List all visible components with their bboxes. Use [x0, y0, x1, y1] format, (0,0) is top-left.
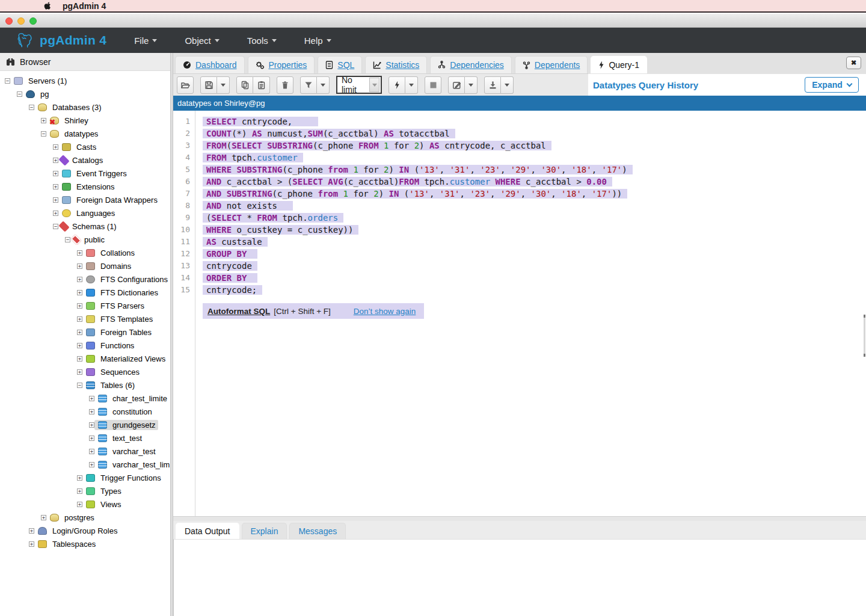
expand-icon[interactable]: +	[77, 330, 82, 335]
tree-item-tablespaces[interactable]: +Tablespaces	[0, 537, 170, 550]
expand-icon[interactable]: +	[77, 316, 82, 322]
tree-item-sequences[interactable]: +Sequences	[0, 365, 170, 378]
expand-icon[interactable]: +	[77, 250, 82, 256]
apple-icon[interactable]	[43, 1, 52, 10]
tree-item-databases[interactable]: −Databases (3)	[0, 100, 170, 114]
edit-menu-button[interactable]	[465, 76, 478, 94]
tree-item-datatypes[interactable]: −datatypes	[0, 127, 170, 140]
collapse-icon[interactable]: −	[77, 383, 82, 388]
dont-show-again-link[interactable]: Don’t show again	[354, 307, 416, 316]
collapse-icon[interactable]: −	[17, 91, 22, 97]
tree-item-domains[interactable]: +Domains	[0, 259, 170, 273]
expand-icon[interactable]: +	[53, 158, 58, 163]
expand-icon[interactable]: +	[77, 277, 82, 282]
tab-sql[interactable]: SQL	[318, 56, 362, 73]
menu-object[interactable]: Object	[185, 35, 219, 46]
collapse-icon[interactable]: −	[65, 237, 70, 242]
expand-icon[interactable]: +	[77, 303, 82, 309]
collapse-icon[interactable]: −	[29, 105, 34, 110]
tree-item-tables[interactable]: −Tables (6)	[0, 378, 170, 392]
code-line-11[interactable]: AS custsale	[206, 236, 860, 248]
expand-icon[interactable]: +	[89, 409, 94, 414]
tab-dependencies[interactable]: Dependencies	[430, 56, 512, 73]
collapse-icon[interactable]: −	[41, 131, 46, 137]
expand-icon[interactable]: +	[53, 211, 58, 216]
tree-item-views[interactable]: +Views	[0, 497, 170, 511]
tree-item-login-group-roles[interactable]: +Login/Group Roles	[0, 524, 170, 537]
filter-button[interactable]	[300, 76, 317, 94]
menubar-app-name[interactable]: pgAdmin 4	[63, 1, 106, 11]
sql-code-area[interactable]: SELECT cntrycode, COUNT(*) AS numcust,SU…	[206, 116, 860, 296]
results-splitter[interactable]	[173, 516, 866, 521]
tree-item-types[interactable]: +Types	[0, 484, 170, 497]
tree-item-catalogs[interactable]: +Catalogs	[0, 153, 170, 167]
tree-item-varchar_test_lim[interactable]: +varchar_test_lim	[0, 458, 170, 471]
code-line-1[interactable]: SELECT cntrycode,	[206, 116, 860, 128]
tree-item-schemas[interactable]: −Schemas (1)	[0, 220, 170, 233]
tree-item-text_test[interactable]: +text_test	[0, 431, 170, 445]
tab-dependents[interactable]: Dependents	[515, 56, 588, 73]
code-line-6[interactable]: AND c_acctbal > (SELECT AVG(c_acctbal)FR…	[206, 176, 860, 188]
code-line-14[interactable]: ORDER BY	[206, 272, 860, 284]
tab-query-1[interactable]: Query-1	[591, 56, 647, 73]
code-line-10[interactable]: WHERE o_custkey = c_custkey))	[206, 224, 860, 236]
expand-icon[interactable]: +	[77, 343, 82, 348]
tree-item-foreign-tables[interactable]: +Foreign Tables	[0, 325, 170, 339]
tree-item-public[interactable]: −public	[0, 233, 170, 246]
expand-icon[interactable]: +	[89, 462, 94, 467]
tree-item-fts-templates[interactable]: +FTS Templates	[0, 312, 170, 325]
expand-icon[interactable]: +	[89, 436, 94, 441]
code-line-9[interactable]: (SELECT * FROM tpch.orders	[206, 212, 860, 224]
expand-icon[interactable]: +	[53, 197, 58, 203]
tree-item-fts-configurations[interactable]: +FTS Configurations	[0, 273, 170, 286]
sql-editor[interactable]: 123456789101112131415 SELECT cntrycode, …	[173, 111, 866, 516]
zoom-window-button[interactable]	[29, 17, 37, 25]
expand-icon[interactable]: +	[77, 475, 82, 481]
expand-icon[interactable]: +	[53, 144, 58, 150]
expand-icon[interactable]: +	[29, 528, 34, 534]
tree-item-servers[interactable]: −Servers (1)	[0, 74, 170, 87]
close-panel-button[interactable]: ✖	[846, 57, 861, 69]
expand-icon[interactable]: +	[41, 118, 46, 123]
download-button[interactable]	[484, 76, 501, 94]
expand-icon[interactable]: +	[77, 356, 82, 362]
editor-scrollbar[interactable]	[864, 315, 865, 357]
autoformat-action[interactable]: Autoformat SQL	[207, 307, 270, 316]
code-line-4[interactable]: FROM tpch.customer	[206, 152, 860, 164]
tab-data-output[interactable]: Data Output	[176, 523, 239, 539]
menu-file[interactable]: File	[134, 35, 157, 46]
edit-button[interactable]	[448, 76, 465, 94]
stop-button[interactable]	[425, 76, 441, 94]
expand-icon[interactable]: +	[77, 263, 82, 269]
tree-item-constitution[interactable]: +constitution	[0, 405, 170, 418]
tab-properties[interactable]: Properties	[248, 56, 315, 73]
execute-menu-button[interactable]	[405, 76, 418, 94]
expand-icon[interactable]: +	[53, 184, 58, 189]
copy-button[interactable]	[236, 76, 253, 94]
tree-item-materialized-views[interactable]: +Materialized Views	[0, 352, 170, 365]
expand-icon[interactable]: +	[53, 171, 58, 176]
expand-icon[interactable]: +	[77, 502, 82, 507]
code-line-15[interactable]: cntrycode;	[206, 284, 860, 296]
expand-icon[interactable]: +	[89, 422, 94, 428]
code-line-13[interactable]: cntrycode	[206, 260, 860, 272]
tree-item-casts[interactable]: +Casts	[0, 140, 170, 153]
open-file-button[interactable]	[177, 76, 194, 94]
expand-button[interactable]: Expand	[805, 77, 859, 93]
save-menu-button[interactable]	[217, 76, 230, 94]
tree-item-extensions[interactable]: +Extensions	[0, 180, 170, 193]
expand-icon[interactable]: +	[77, 488, 82, 494]
expand-icon[interactable]: +	[41, 515, 46, 520]
tab-statistics[interactable]: Dependencies Statistics	[365, 56, 427, 73]
expand-icon[interactable]: +	[77, 290, 82, 295]
execute-query-button[interactable]	[388, 76, 405, 94]
code-line-12[interactable]: GROUP BY	[206, 248, 860, 260]
tree-item-trigger-functions[interactable]: +Trigger Functions	[0, 471, 170, 484]
code-line-7[interactable]: AND SUBSTRING(c_phone from 1 for 2) IN (…	[206, 188, 860, 200]
tree-item-functions[interactable]: +Functions	[0, 339, 170, 352]
tab-messages[interactable]: Messages	[289, 523, 346, 539]
delete-button[interactable]	[277, 76, 293, 94]
save-button[interactable]	[200, 76, 217, 94]
expand-icon[interactable]: +	[89, 449, 94, 454]
row-limit-select[interactable]: No limit	[336, 76, 382, 94]
